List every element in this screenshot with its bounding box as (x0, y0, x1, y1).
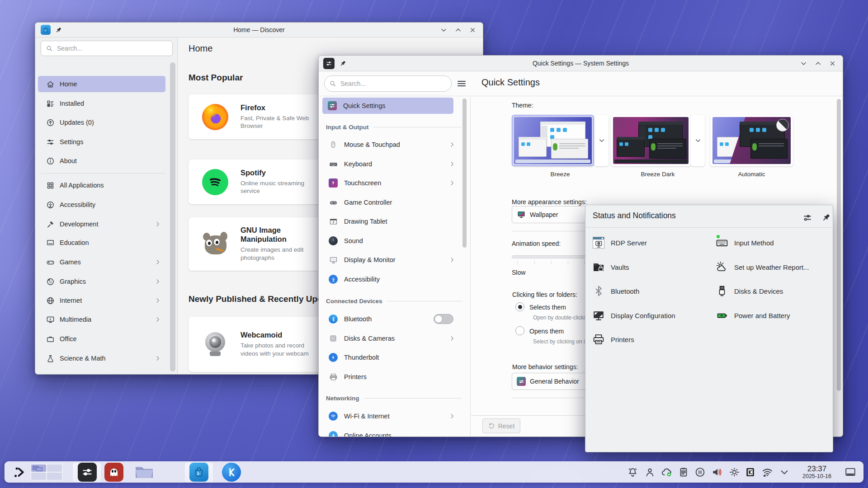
sidebar-item-wifi-internet[interactable]: Wi-Fi & Internet (322, 408, 461, 424)
pager-desktop-4[interactable] (47, 473, 62, 480)
clock-widget[interactable]: 23:37 2025-10-16 (795, 465, 839, 480)
app-name: GNU Image Manipulation (241, 226, 313, 244)
night-light-icon[interactable] (729, 466, 740, 478)
sidebar-item-keyboard[interactable]: Keyboard (322, 156, 461, 172)
sidebar-item-office[interactable]: Office (38, 331, 165, 347)
user-sessions-icon[interactable] (644, 466, 656, 478)
notifications-icon[interactable] (627, 466, 638, 478)
configure-icon[interactable] (802, 212, 813, 223)
discover-search-input[interactable] (57, 45, 168, 52)
hamburger-menu-icon[interactable] (456, 78, 467, 89)
theme-breeze-dropdown[interactable] (594, 115, 609, 166)
sidebar-item-development[interactable]: Development (38, 216, 165, 232)
sidebar-item-science-math[interactable]: Science & Math (38, 350, 165, 366)
task-discover[interactable] (189, 463, 208, 482)
sidebar-item-printers[interactable]: Printers (322, 369, 461, 385)
sidebar-item-games[interactable]: Games (38, 254, 165, 270)
sidebar-item-home[interactable]: Home (38, 76, 165, 92)
sidebar-item-updates[interactable]: Updates (0) (38, 114, 165, 131)
sidebar-item-system[interactable]: System (38, 370, 165, 375)
task-file-manager[interactable] (134, 463, 153, 482)
popup-item-bluetooth[interactable]: Bluetooth (593, 283, 706, 299)
sidebar-item-all-applications[interactable]: All Applications (38, 177, 165, 193)
task-ghost-app[interactable] (104, 463, 123, 482)
maximize-icon[interactable] (454, 26, 462, 34)
pager-desktop-2[interactable] (47, 465, 62, 472)
popup-item-disks-devices[interactable]: Disks & Devices (716, 283, 829, 299)
disk-icon (329, 334, 338, 343)
tray-expand-chevron-icon[interactable] (779, 467, 790, 478)
sidebar-item-mouse-touchpad[interactable]: Mouse & Touchpad (322, 136, 461, 153)
sidebar-item-label: About (60, 157, 77, 164)
settings-content-scrollbar[interactable] (837, 99, 841, 391)
sidebar-item-installed[interactable]: Installed (38, 95, 165, 112)
virtual-desktop-pager[interactable] (30, 464, 63, 481)
sidebar-item-accessibility[interactable]: Accessibility (322, 271, 461, 287)
theme-card-automatic[interactable] (710, 115, 793, 166)
popup-item-printers[interactable]: Printers (593, 332, 706, 347)
close-icon[interactable] (468, 26, 476, 34)
sidebar-item-multimedia[interactable]: Multimedia (38, 311, 165, 328)
sidebar-item-disks-cameras[interactable]: Disks & Cameras (322, 330, 461, 347)
sidebar-item-label: Online Accounts (344, 432, 392, 437)
sidebar-item-internet[interactable]: Internet (38, 292, 165, 309)
volume-icon[interactable] (711, 466, 723, 478)
task-blue-k-app[interactable] (222, 463, 241, 482)
pager-desktop-1[interactable] (31, 465, 46, 472)
sidebar-item-touchscreen[interactable]: Touchscreen (322, 175, 461, 191)
task-system-settings[interactable] (78, 463, 97, 482)
radio-opens-them[interactable] (515, 326, 524, 335)
discover-search[interactable] (41, 41, 173, 56)
popup-item-power-battery[interactable]: Power and Battery (716, 308, 829, 323)
clipboard-icon[interactable] (678, 467, 689, 478)
sidebar-item-drawing-tablet[interactable]: Drawing Tablet (322, 213, 461, 230)
reset-button[interactable]: Reset (482, 418, 520, 433)
sidebar-item-online-accounts[interactable]: Online Accounts (322, 427, 461, 437)
theme-card-breeze-dark[interactable] (611, 115, 691, 166)
sidebar-item-bluetooth[interactable]: Bluetooth (322, 311, 461, 327)
popup-item-display-configuration[interactable]: Display Configuration (593, 308, 715, 323)
cloud-sync-icon[interactable] (661, 466, 673, 478)
sidebar-item-thunderbolt[interactable]: Thunderbolt (322, 349, 461, 366)
bluetooth-toggle[interactable] (434, 314, 453, 324)
maximize-icon[interactable] (814, 59, 822, 67)
discover-titlebar[interactable]: Home — Discover (35, 23, 483, 38)
sidebar-item-graphics[interactable]: Graphics (38, 273, 165, 290)
theme-card-breeze[interactable] (512, 115, 594, 166)
keyboard-icon (329, 160, 338, 169)
popup-item-rdp-server[interactable]: RDP Server (593, 235, 706, 250)
sidebar-divider (41, 173, 165, 174)
settings-sidebar-scrollbar[interactable] (462, 99, 467, 248)
show-desktop-button[interactable] (844, 466, 857, 478)
sidebar-item-about[interactable]: About (38, 153, 165, 169)
sidebar-item-settings[interactable]: Settings (38, 134, 165, 150)
settings-search[interactable] (324, 75, 452, 92)
discover-sidebar: Home Installed Updates (0) Settings Abou… (35, 38, 178, 374)
network-wifi-icon[interactable] (761, 466, 774, 478)
sidebar-item-education[interactable]: Education (38, 235, 165, 251)
theme-breeze-dark-dropdown[interactable] (691, 115, 705, 166)
popup-item-vaults[interactable]: Vaults (593, 259, 706, 275)
radio-selects-them[interactable] (515, 302, 524, 311)
settings-search-input[interactable] (340, 80, 447, 87)
popup-item-label: Vaults (611, 263, 629, 271)
minimize-icon[interactable] (799, 59, 807, 67)
media-pause-icon[interactable] (694, 466, 706, 478)
theme-preview-breeze (514, 117, 592, 164)
close-icon[interactable] (828, 59, 836, 67)
sidebar-item-sound[interactable]: Sound (322, 233, 461, 249)
minimize-icon[interactable] (439, 26, 448, 34)
hammer-icon (46, 220, 55, 229)
sidebar-scrollbar[interactable] (170, 62, 175, 371)
sidebar-item-quick-settings[interactable]: Quick Settings (322, 98, 453, 114)
popup-item-weather[interactable]: Set up Weather Report... (716, 259, 834, 275)
popup-item-input-method[interactable]: Input Method (716, 235, 829, 250)
settings-titlebar[interactable]: Quick Settings — System Settings (319, 56, 843, 71)
sidebar-item-game-controller[interactable]: Game Controller (322, 194, 461, 211)
pager-desktop-3[interactable] (31, 473, 46, 480)
pin-icon[interactable] (821, 212, 831, 223)
sidebar-item-accessibility[interactable]: Accessibility (38, 197, 165, 213)
k-app-tray-icon[interactable] (745, 467, 755, 477)
sidebar-item-display-monitor[interactable]: Display & Monitor (322, 252, 461, 268)
app-launcher-button[interactable] (12, 465, 26, 479)
